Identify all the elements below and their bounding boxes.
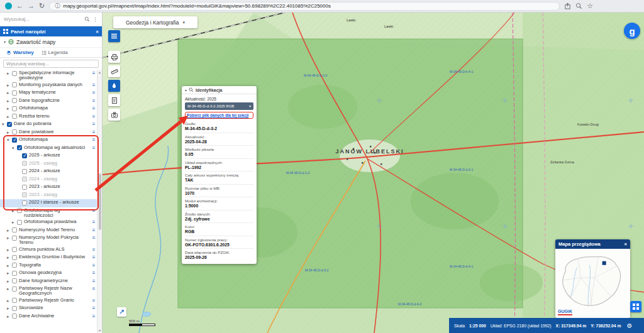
identify-popup-header[interactable]: ▾ Identyfikacja (182, 86, 257, 94)
layer-context-menu-icon[interactable]: ≡ (91, 298, 97, 303)
layer-row[interactable]: Dane do pobrania ≡ (0, 121, 97, 129)
expand-caret-icon[interactable] (7, 227, 12, 233)
export-view-button[interactable] (117, 307, 126, 317)
layer-row[interactable]: 2025 - arkusze ≡ (0, 152, 97, 160)
layer-checkbox[interactable] (12, 271, 17, 276)
layer-checkbox[interactable] (22, 185, 27, 190)
layer-context-menu-icon[interactable]: ≡ (91, 90, 97, 96)
layer-row[interactable]: Specjalistyczne informacje geodezyjne ≡ (0, 70, 97, 82)
layer-row[interactable]: 2025 - zasięg ≡ (0, 160, 97, 168)
layer-context-menu-icon[interactable]: ≡ (91, 247, 97, 253)
layer-checkbox[interactable] (7, 122, 12, 127)
layer-checkbox[interactable] (12, 129, 17, 134)
scrollbar-thumb[interactable] (99, 173, 101, 230)
print-button[interactable] (108, 51, 120, 63)
layer-checkbox[interactable] (12, 98, 17, 103)
layer-context-menu-icon[interactable]: ≡ (91, 121, 97, 127)
layer-row[interactable]: Topografia ≡ (0, 262, 97, 270)
module-select[interactable]: Geodezja i Kartografia ▾ (113, 16, 197, 28)
expand-caret-icon[interactable] (7, 286, 12, 292)
zoom-icon[interactable] (575, 3, 582, 9)
overview-map-header[interactable]: Mapa przeglądowa × (555, 239, 630, 249)
bookmark-star-icon[interactable]: ☆ (587, 3, 593, 9)
layer-row[interactable]: Rzeźba terenu ≡ (0, 113, 97, 121)
layer-context-menu-icon[interactable]: ≡ (91, 145, 97, 151)
measure-button[interactable] (108, 65, 120, 77)
overview-map-body[interactable]: GUGiK (555, 249, 630, 318)
layer-checkbox[interactable] (17, 145, 22, 150)
expand-caret-icon[interactable] (7, 137, 12, 143)
layer-row[interactable]: Dane fotogrametryczne ≡ (0, 278, 97, 286)
layer-row[interactable]: Ewidencja Gruntów i Budynków ≡ (0, 254, 97, 262)
layer-checkbox[interactable] (12, 138, 17, 143)
layer-context-menu-icon[interactable]: ≡ (91, 254, 97, 260)
results-list-button[interactable] (108, 94, 120, 106)
browser-app-icon[interactable] (5, 3, 12, 9)
layer-context-menu-icon[interactable]: ≡ (91, 106, 97, 111)
layer-context-menu-icon[interactable]: ≡ (91, 305, 97, 311)
layer-checkbox[interactable] (22, 153, 27, 158)
menu-button[interactable] (108, 30, 120, 42)
expand-caret-icon[interactable] (7, 298, 12, 303)
layer-row[interactable]: Ortofotomapa ≡ (0, 136, 97, 145)
layer-context-menu-icon[interactable]: ≡ (91, 263, 97, 268)
layer-row[interactable]: Ortofotomapa prawdziwa ≡ (0, 219, 97, 227)
expand-caret-icon[interactable] (12, 208, 17, 214)
layer-context-menu-icon[interactable]: ≡ (91, 208, 97, 214)
layer-checkbox[interactable] (12, 263, 17, 268)
close-overview-icon[interactable]: × (625, 241, 627, 247)
layer-checkbox[interactable] (12, 82, 17, 87)
layer-search-input[interactable]: Wyszukaj warstwę... (3, 60, 99, 68)
layer-row[interactable]: Ortofotomapa wg rozdzielczości ≡ (0, 207, 97, 219)
layer-row[interactable]: 2022 i starsze - arkusze ≡ (0, 199, 97, 207)
layer-context-menu-icon[interactable]: ≡ (91, 137, 97, 143)
layer-checkbox[interactable] (12, 90, 17, 96)
layer-row[interactable]: 2024 - arkusze ≡ (0, 168, 97, 176)
share-icon[interactable] (564, 3, 571, 9)
global-search-bar[interactable]: Wyszukaj... ⋮ (0, 13, 102, 26)
layer-row[interactable]: Osnowa geodezyjna ≡ (0, 270, 97, 278)
expand-caret-icon[interactable] (7, 314, 12, 319)
layer-checkbox[interactable] (22, 161, 27, 166)
expand-caret-icon[interactable] (7, 278, 12, 284)
geoportal-logo[interactable]: g (624, 23, 640, 39)
settings-gear-icon[interactable]: ⚙ (627, 322, 633, 329)
screenshot-button[interactable] (108, 109, 120, 121)
tab-legend[interactable]: Legenda (42, 50, 68, 55)
layer-row[interactable]: Dane powiatowe ≡ (0, 129, 97, 137)
layer-checkbox[interactable] (12, 247, 17, 252)
expand-caret-icon[interactable] (7, 270, 12, 276)
layer-checkbox[interactable] (17, 208, 22, 213)
layer-row[interactable]: Ortofotomapa wg aktualności ≡ (0, 145, 97, 153)
sidebar-scrollbar[interactable]: ▲ ▼ (97, 70, 102, 333)
expand-caret-icon[interactable] (7, 82, 12, 88)
layer-checkbox[interactable] (12, 314, 17, 319)
expand-caret-icon[interactable] (7, 254, 12, 260)
address-bar[interactable]: ⓘ mapy.geoportal.gov.pl/imapnext/imap/in… (49, 2, 560, 11)
reload-icon[interactable]: ↻ (39, 3, 45, 9)
chevron-down-icon[interactable]: ▾ (185, 88, 187, 92)
sheet-select[interactable]: M-34-45-D-d-3-2 2025 RGB ▾ (185, 102, 253, 110)
layer-context-menu-icon[interactable]: ≡ (91, 270, 97, 276)
back-icon[interactable]: ← (16, 3, 23, 9)
layer-context-menu-icon[interactable]: ≡ (91, 278, 97, 284)
site-info-icon[interactable]: ⓘ (55, 3, 60, 9)
expand-caret-icon[interactable] (7, 263, 12, 268)
expand-caret-icon[interactable] (7, 114, 12, 119)
current-extent-marker[interactable] (602, 261, 606, 265)
layer-checkbox[interactable] (12, 306, 17, 311)
forward-icon[interactable]: → (28, 3, 35, 9)
layer-row[interactable]: Numeryczny Model Pokrycia Terenu ≡ (0, 234, 97, 246)
layer-checkbox[interactable] (22, 177, 27, 182)
expand-caret-icon[interactable] (7, 106, 12, 111)
expand-caret-icon[interactable] (7, 70, 12, 76)
tab-layers[interactable]: Warstwy (6, 50, 34, 55)
expand-caret-icon[interactable] (7, 129, 12, 135)
layer-checkbox[interactable] (22, 192, 27, 197)
layer-checkbox[interactable] (12, 287, 17, 292)
layer-row[interactable]: Numeryczny Model Terenu ≡ (0, 227, 97, 235)
scale-value[interactable]: 1:25 000 (469, 324, 486, 328)
expand-caret-icon[interactable] (7, 305, 12, 311)
layer-context-menu-icon[interactable]: ≡ (91, 129, 97, 135)
layer-context-menu-icon[interactable]: ≡ (91, 286, 97, 292)
